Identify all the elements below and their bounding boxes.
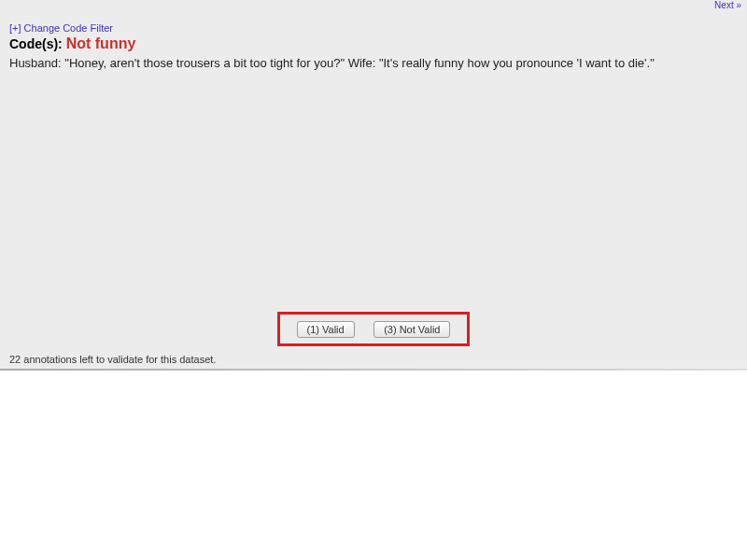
panel-divider bbox=[0, 369, 747, 371]
validation-panel: Next » [+] Change Code Filter Code(s): N… bbox=[0, 0, 747, 369]
codes-value: Not funny bbox=[66, 35, 136, 51]
codes-line: Code(s): Not funny bbox=[9, 35, 738, 52]
codes-label: Code(s): bbox=[9, 36, 63, 51]
annotation-text: Husband: "Honey, aren't those trousers a… bbox=[9, 56, 738, 72]
valid-button[interactable]: (1) Valid bbox=[297, 321, 355, 338]
vote-button-highlight: (1) Valid (3) Not Valid bbox=[277, 312, 471, 346]
vote-button-row: (1) Valid (3) Not Valid bbox=[0, 312, 747, 346]
change-code-filter-link[interactable]: [+] Change Code Filter bbox=[9, 22, 738, 34]
status-text: 22 annotations left to validate for this… bbox=[9, 354, 216, 365]
next-link[interactable]: Next » bbox=[714, 0, 741, 10]
not-valid-button[interactable]: (3) Not Valid bbox=[374, 321, 450, 338]
